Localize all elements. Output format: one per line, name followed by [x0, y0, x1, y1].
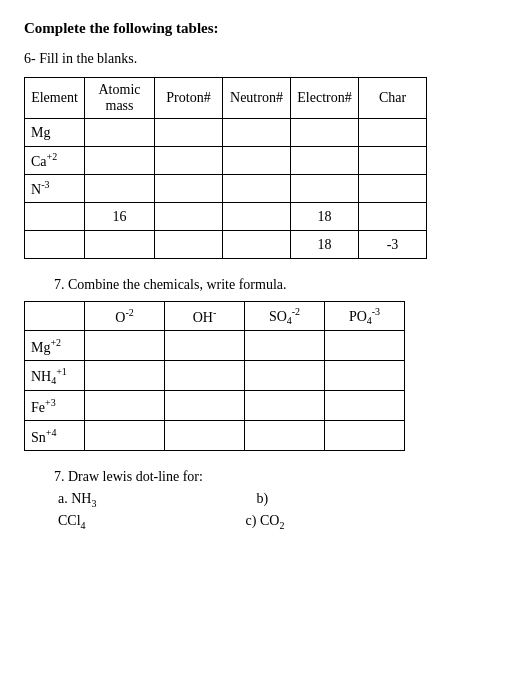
col-po4: PO4-3	[325, 302, 405, 331]
col-cation	[25, 302, 85, 331]
cell-formula	[245, 331, 325, 361]
cell-element	[25, 203, 85, 231]
col-element: Element	[25, 78, 85, 119]
cell-atomic-mass: 16	[85, 203, 155, 231]
cell-proton	[155, 119, 223, 147]
cell-cation: Mg+2	[25, 331, 85, 361]
cell-neutron	[223, 203, 291, 231]
cell-atomic-mass	[85, 175, 155, 203]
cell-neutron	[223, 119, 291, 147]
cell-proton	[155, 231, 223, 259]
cell-charge: -3	[359, 231, 427, 259]
cell-proton	[155, 175, 223, 203]
col-oh: OH-	[165, 302, 245, 331]
cell-charge	[359, 175, 427, 203]
table1: Element Atomicmass Proton# Neutron# Elec…	[24, 77, 427, 259]
section6-label: 6- Fill in the blanks.	[24, 51, 482, 67]
cell-neutron	[223, 175, 291, 203]
cell-cation: Sn+4	[25, 421, 85, 451]
cell-formula	[325, 391, 405, 421]
cell-electron: 18	[291, 203, 359, 231]
table-row: Sn+4	[25, 421, 405, 451]
cell-formula	[325, 421, 405, 451]
cell-cation: Fe+3	[25, 391, 85, 421]
cell-proton	[155, 147, 223, 175]
cell-atomic-mass	[85, 119, 155, 147]
table-row: Mg	[25, 119, 427, 147]
cell-electron	[291, 147, 359, 175]
cell-formula	[85, 421, 165, 451]
cell-charge	[359, 203, 427, 231]
cell-proton	[155, 203, 223, 231]
cell-formula	[165, 331, 245, 361]
lewis-item-ccl4: CCl4	[58, 513, 86, 531]
cell-formula	[245, 391, 325, 421]
lewis-items: a. NH3 b) CCl4 c) CO2	[58, 491, 482, 535]
cell-element: Mg	[25, 119, 85, 147]
cell-neutron	[223, 147, 291, 175]
cell-formula	[85, 331, 165, 361]
cell-electron: 18	[291, 231, 359, 259]
cell-electron	[291, 119, 359, 147]
col-charge: Char	[359, 78, 427, 119]
cell-neutron	[223, 231, 291, 259]
cell-formula	[85, 361, 165, 391]
cell-formula	[325, 361, 405, 391]
col-atomic-mass: Atomicmass	[85, 78, 155, 119]
cell-atomic-mass	[85, 147, 155, 175]
lewis-row: CCl4 c) CO2	[58, 513, 482, 531]
table-row: Fe+3	[25, 391, 405, 421]
page-title: Complete the following tables:	[24, 20, 482, 37]
lewis-item-b: b)	[256, 491, 268, 509]
section7a-label: 7. Combine the chemicals, write formula.	[54, 277, 482, 293]
cell-charge	[359, 119, 427, 147]
cell-electron	[291, 175, 359, 203]
cell-element: Ca+2	[25, 147, 85, 175]
table-row: Mg+2	[25, 331, 405, 361]
cell-charge	[359, 147, 427, 175]
col-proton: Proton#	[155, 78, 223, 119]
cell-formula	[85, 391, 165, 421]
lewis-row: a. NH3 b)	[58, 491, 482, 509]
lewis-item-c: c) CO2	[246, 513, 285, 531]
table-row: 18 -3	[25, 231, 427, 259]
lewis-item-a: a. NH3	[58, 491, 96, 509]
cell-formula	[165, 391, 245, 421]
table2: O-2 OH- SO4-2 PO4-3 Mg+2 NH4+1 Fe+3	[24, 301, 405, 451]
cell-formula	[245, 361, 325, 391]
cell-element: N-3	[25, 175, 85, 203]
cell-formula	[165, 421, 245, 451]
cell-formula	[245, 421, 325, 451]
cell-formula	[165, 361, 245, 391]
col-neutron: Neutron#	[223, 78, 291, 119]
lewis-title: 7. Draw lewis dot-line for:	[54, 469, 482, 485]
col-o2: O-2	[85, 302, 165, 331]
table-row: NH4+1	[25, 361, 405, 391]
cell-cation: NH4+1	[25, 361, 85, 391]
cell-element	[25, 231, 85, 259]
cell-atomic-mass	[85, 231, 155, 259]
table-row: Ca+2	[25, 147, 427, 175]
col-so4: SO4-2	[245, 302, 325, 331]
lewis-section: 7. Draw lewis dot-line for: a. NH3 b) CC…	[24, 469, 482, 535]
cell-formula	[325, 331, 405, 361]
table-row: N-3	[25, 175, 427, 203]
col-electron: Electron#	[291, 78, 359, 119]
table-row: 16 18	[25, 203, 427, 231]
